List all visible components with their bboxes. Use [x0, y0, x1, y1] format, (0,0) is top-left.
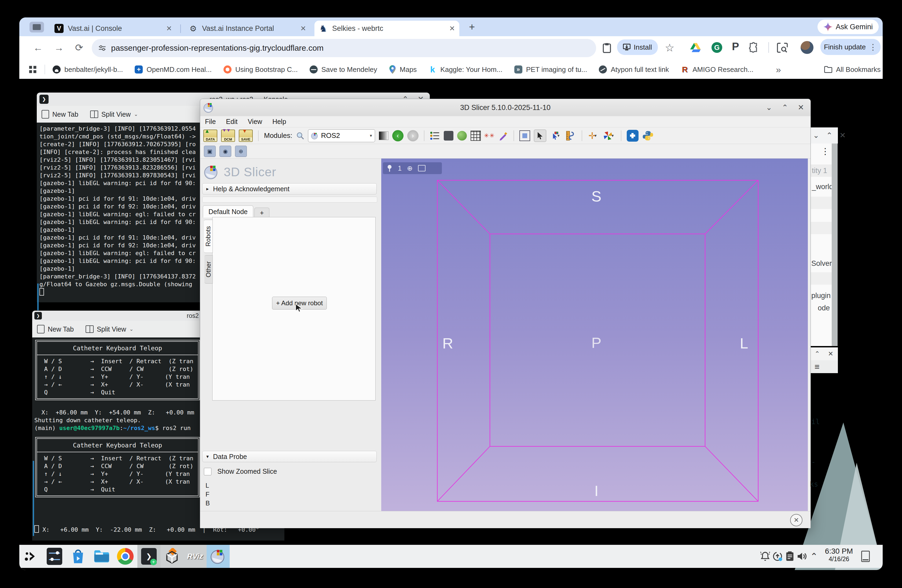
add-node-tab[interactable]: + [254, 208, 269, 217]
tab-selkies-active[interactable]: ♞ Selkies - webrtc ✕ [315, 21, 459, 36]
load-data-button[interactable]: ▲DATA [204, 130, 217, 142]
gazebo2-titlebar[interactable]: ⌃ ✕ [811, 347, 838, 360]
bookmark-item[interactable]: Save to Mendeley [310, 66, 377, 74]
settings-button[interactable] [43, 545, 66, 568]
crosshair-icon[interactable]: ✛▾ [587, 131, 598, 141]
chrome-button[interactable] [114, 545, 137, 568]
maximize-icon[interactable]: ⌃ [814, 350, 820, 357]
menu-view[interactable]: View [247, 118, 262, 125]
bookmark-item[interactable]: Atypon full text link [599, 66, 669, 74]
bookmark-item[interactable]: Maps [389, 65, 417, 74]
discover-store-button[interactable] [67, 545, 89, 568]
app-launcher-button[interactable] [19, 545, 42, 568]
close-icon[interactable]: ✕ [798, 104, 804, 111]
save-button[interactable]: ▼SAVE [239, 130, 253, 142]
maximize-icon[interactable]: ⌃ [826, 132, 832, 139]
gazebo-titlebar[interactable]: ⌄ ⌃ ✕ [811, 127, 838, 144]
slicer-task-button[interactable] [207, 545, 230, 568]
entity-row[interactable]: tity 1 [811, 165, 852, 176]
address-bar[interactable]: passenger-profession-representations-gig… [92, 39, 596, 57]
help-section-header[interactable]: ▸ Help & Acknowledgement [202, 183, 377, 194]
ruler-icon[interactable] [565, 130, 576, 141]
rviz-task-button[interactable]: RViz [183, 545, 207, 568]
notifications-bell-icon[interactable] [760, 551, 770, 562]
site-settings-icon[interactable] [98, 44, 106, 52]
tab-close-icon[interactable]: ✕ [449, 24, 455, 33]
kebab-menu-icon[interactable]: ⋮ [821, 146, 830, 156]
adjust-view-cursor-icon[interactable]: ▾ [550, 130, 562, 141]
window-level-icon[interactable] [379, 131, 388, 140]
module-search-icon[interactable] [296, 132, 304, 140]
bookmark-star-icon[interactable]: ☆ [665, 42, 675, 54]
menu-file[interactable]: File [205, 118, 216, 125]
install-button[interactable]: Install [617, 39, 658, 55]
scene-view-icon[interactable]: ▣ [204, 145, 216, 157]
module-back-icon[interactable]: ‹ [392, 130, 404, 141]
mesh-model-icon[interactable] [471, 131, 481, 141]
layout-pinwheel-icon[interactable]: ▾ [601, 131, 615, 141]
screenshot-icon[interactable] [520, 130, 530, 141]
minimize-icon[interactable]: ⌄ [766, 104, 772, 111]
python-console-icon[interactable] [642, 130, 653, 141]
bookmark-item[interactable]: k Kaggle: Your Hom... [429, 66, 502, 74]
tray-expand-icon[interactable]: ⌃ [809, 551, 819, 562]
default-node-tab[interactable]: Default Node [203, 205, 253, 217]
tab-close-icon[interactable]: ✕ [166, 24, 172, 33]
new-tab-button[interactable]: + [469, 21, 475, 33]
mouse-interact-icon[interactable] [534, 130, 546, 142]
menu-edit[interactable]: Edit [226, 118, 238, 125]
volume-module-icon[interactable] [444, 131, 453, 141]
menu-help[interactable]: Help [272, 118, 286, 125]
file-manager-button[interactable] [90, 545, 113, 568]
annotate-pen-icon[interactable] [498, 131, 508, 141]
segmentation-icon[interactable] [457, 131, 467, 141]
entity-row[interactable]: _world [811, 181, 852, 192]
split-view-button[interactable]: Split View⌄ [86, 325, 133, 333]
tab-vast-portal[interactable]: ⚙ Vast.ai Instance Portal ✕ [184, 21, 310, 36]
entity-row[interactable]: plugin [811, 290, 852, 301]
tab-organizer-icon[interactable] [30, 22, 44, 33]
apps-grid-icon[interactable] [28, 65, 37, 74]
clipboard-icon[interactable] [602, 43, 612, 53]
ask-gemini-button[interactable]: Ask Gemini [817, 20, 879, 34]
terminal-output[interactable]: [parameter_bridge-3] [INFO] [1776363912.… [37, 123, 200, 302]
extensions-puzzle-icon[interactable] [748, 42, 759, 53]
extensions-manager-icon[interactable] [627, 130, 639, 142]
show-zoomed-slice-checkbox[interactable] [204, 468, 211, 475]
bookmark-item[interactable]: Using Bootstrap C... [224, 66, 298, 74]
p-extension-icon[interactable]: P [732, 41, 739, 53]
all-bookmarks-button[interactable]: All Bookmarks [824, 66, 880, 74]
bookmarks-overflow-icon[interactable]: » [776, 64, 781, 75]
konsole-task-button[interactable]: ❯ + [137, 545, 160, 568]
bookmark-item[interactable]: benbalter/jekyll-b... [53, 66, 123, 74]
tab-search-icon[interactable] [777, 43, 788, 53]
back-icon[interactable]: ← [33, 42, 43, 53]
entity-row[interactable]: Solver [811, 258, 852, 269]
maximize-icon[interactable]: ⌃ [782, 104, 788, 111]
scene-capture-icon[interactable]: ◉ [219, 145, 231, 157]
updates-icon[interactable] [772, 551, 783, 562]
gazebo-task-button[interactable] [160, 545, 183, 568]
browser-menu-kebab-icon[interactable]: ⋮ [869, 42, 877, 52]
show-zoomed-slice-row[interactable]: Show Zoomed Slice [204, 468, 277, 475]
tab-close-icon[interactable]: ✕ [300, 24, 306, 33]
scene-add-icon[interactable]: ⊕ [235, 145, 247, 157]
tab-vast-console[interactable]: V Vast.ai | Console ✕ [50, 21, 176, 36]
robots-vertical-tab[interactable]: Robots [204, 220, 213, 253]
split-view-button[interactable]: Split View⌄ [90, 111, 138, 118]
drive-icon[interactable] [690, 43, 701, 52]
slicer-3d-view[interactable]: 1 ⊕ S R P L I [381, 158, 808, 511]
close-icon[interactable]: ✕ [839, 132, 846, 139]
forward-icon[interactable]: → [54, 42, 64, 53]
minimize-icon[interactable]: ⌄ [813, 132, 819, 139]
bookmark-item[interactable]: » PET imaging of tu... [514, 66, 587, 74]
status-close-icon[interactable]: ✕ [790, 514, 802, 526]
module-forward-icon[interactable]: › [407, 130, 418, 141]
bookmark-item[interactable]: R AMIGO Research... [681, 66, 753, 74]
panel-scrollbar[interactable] [832, 144, 838, 346]
other-vertical-tab[interactable]: Other [204, 255, 213, 283]
grammarly-icon[interactable]: G [711, 42, 722, 53]
markups-fiducial-icon[interactable]: ✳✳ [484, 131, 495, 141]
show-desktop-button[interactable] [861, 551, 870, 562]
volume-icon[interactable] [796, 551, 807, 562]
